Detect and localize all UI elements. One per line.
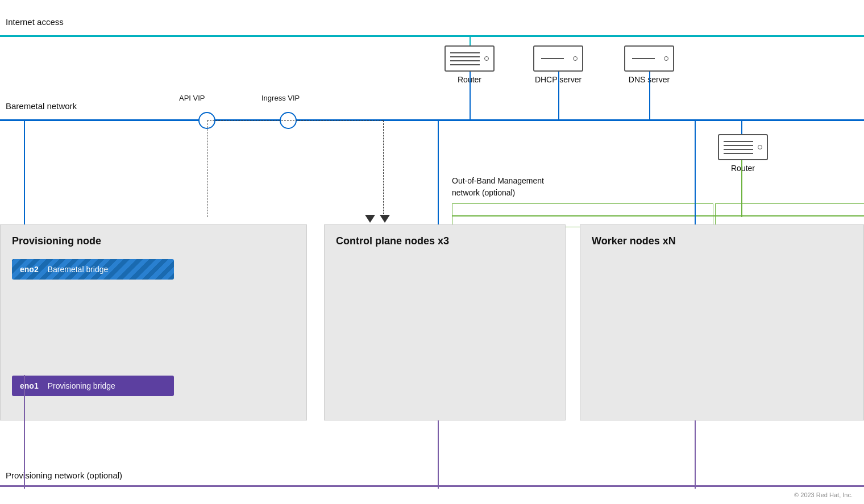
provisioning-bridge-bar: eno1 Provisioning bridge [12, 376, 174, 396]
internet-access-label: Internet access [6, 17, 64, 27]
arrow-left [365, 215, 375, 223]
worker-node-title: Worker nodes xN [580, 225, 863, 253]
prov-node-prov-vert [24, 375, 25, 489]
ctrl-node-title: Control plane nodes x3 [325, 225, 565, 253]
router2-device: Router [718, 134, 768, 173]
router1-line1 [450, 52, 480, 53]
oob-green-line [452, 215, 864, 216]
worker-prov-vert [695, 420, 696, 489]
router2-line2 [724, 145, 753, 146]
diagram-container: Internet access Router DHCP server [0, 0, 864, 504]
dns-bm-vert [649, 72, 650, 120]
copyright-label: © 2023 Red Hat, Inc. [794, 491, 853, 498]
worker-node-box: Worker nodes xN [580, 224, 864, 420]
router1-line4 [450, 64, 480, 65]
dhcp-dot [573, 56, 578, 61]
api-vip-label: API VIP [179, 94, 205, 102]
oob-label: Out-of-Band Managementnetwork (optional) [452, 175, 544, 199]
baremetal-line [0, 119, 864, 121]
dns-line [632, 58, 655, 59]
control-plane-node-box: Control plane nodes x3 [324, 224, 566, 420]
oob-worker-vert [695, 203, 696, 227]
router2-oob-vert [741, 160, 742, 217]
dns-dot [664, 56, 668, 61]
ctrl-prov-vert [438, 420, 439, 489]
arrow-right [380, 215, 390, 223]
router2-label: Router [731, 164, 755, 173]
oob-ctrl-vert [438, 203, 439, 227]
dashed-right [383, 120, 384, 217]
prov-line [0, 485, 864, 487]
baremetal-bridge-bar: eno2 Baremetal bridge [12, 259, 174, 280]
dhcp-icon [533, 45, 583, 72]
dashed-left [207, 120, 208, 217]
router2-line1 [724, 141, 753, 142]
dashed-top [207, 120, 383, 122]
prov-node-title: Provisioning node [1, 225, 306, 253]
router1-dot [484, 56, 489, 61]
dns-icon [624, 45, 674, 72]
provisioning-node-box: Provisioning node eno2 Baremetal bridge … [0, 224, 307, 420]
internet-line [0, 35, 864, 37]
router2-line3 [724, 149, 753, 150]
dhcp-bm-vert [558, 72, 559, 120]
router1-icon [445, 45, 495, 72]
baremetal-bridge-label: Baremetal bridge [48, 265, 109, 274]
eno2-label: eno2 [20, 265, 39, 274]
router2-line4 [724, 153, 753, 154]
prov-network-label: Provisioning network (optional) [6, 470, 122, 480]
router1-line3 [450, 60, 480, 61]
provisioning-bridge-label: Provisioning bridge [48, 381, 115, 390]
router1-bm-vert [470, 72, 471, 120]
baremetal-network-label: Baremetal network [6, 101, 77, 111]
eno1-label: eno1 [20, 381, 39, 390]
dhcp-line [541, 58, 564, 59]
router2-icon [718, 134, 768, 160]
ingress-vip-label: Ingress VIP [261, 94, 300, 102]
router2-dot [758, 145, 762, 149]
router1-line2 [450, 56, 480, 57]
